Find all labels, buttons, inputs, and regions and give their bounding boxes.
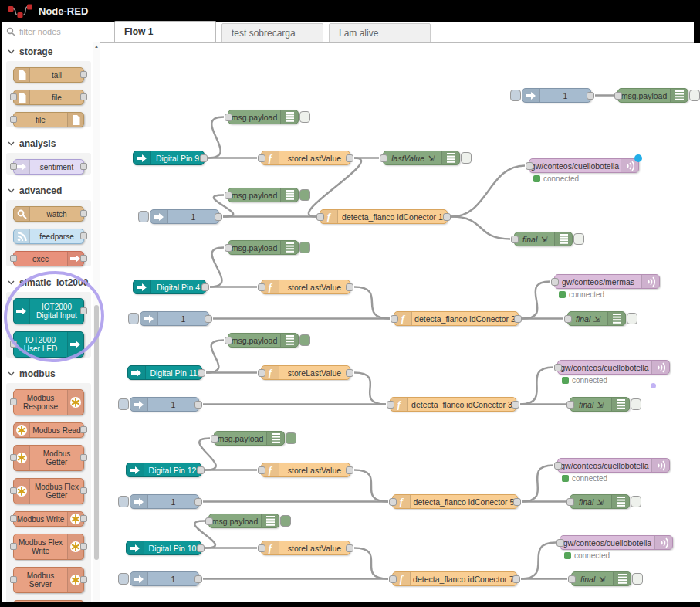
wire[interactable] [354,287,390,319]
input-port[interactable] [614,92,622,100]
output-port[interactable] [197,544,205,552]
search-input[interactable] [2,22,100,42]
output-port[interactable] [80,515,87,522]
palette-node-file[interactable]: file [13,90,84,105]
output-port[interactable] [346,154,353,162]
flow-node-function-detecta-flanco-idconector-2[interactable]: fdetecta_flanco idConector 2 [394,311,519,326]
debug-toggle-button[interactable] [573,233,584,245]
palette-node-modbus-read[interactable]: Modbus Read [13,422,84,438]
output-port[interactable] [80,255,87,262]
wire[interactable] [521,543,556,579]
inject-button[interactable] [128,313,139,324]
debug-toggle-button[interactable] [286,432,296,444]
wire[interactable] [522,282,550,319]
palette-node-modbus-response[interactable]: ModbusResponse [13,389,84,415]
flow-node-inject-1[interactable]: 1 [130,494,199,509]
debug-toggle-button[interactable] [299,242,310,253]
input-port[interactable] [387,401,394,409]
output-port[interactable] [80,93,87,100]
flow-node-inject-1[interactable]: 1 [130,571,199,586]
flow-node-debug-msg-payload[interactable]: msg.payload [617,88,688,103]
input-port[interactable] [10,341,17,348]
flow-node-debug-msg-payload[interactable]: msg.payload [214,431,285,446]
flow-node-inject-1[interactable]: 1 [150,209,219,224]
palette-node-modbus-write[interactable]: Modbus Write [13,511,84,527]
palette-node-modbus-flex-write[interactable]: Modbus FlexWrite [13,534,84,560]
output-port[interactable] [194,575,202,583]
inject-button[interactable] [118,398,129,410]
flow-node-debug-msg-payload[interactable]: msg.payload [228,333,299,348]
output-port[interactable] [80,576,87,583]
debug-toggle-button[interactable] [299,189,310,201]
input-port[interactable] [10,454,17,461]
wire[interactable] [210,248,224,287]
flow-node-function-detecta-flanco-idconector-3[interactable]: fdetecta_flanco idConector 3 [390,397,516,412]
palette-node-file[interactable]: file [13,112,84,127]
input-port[interactable] [225,337,232,344]
flow-node-debug-msg-payload[interactable]: msg.payload [228,188,299,202]
debug-toggle-button[interactable] [689,90,700,101]
output-port[interactable] [80,210,87,217]
palette-node-sentiment[interactable]: sentiment [13,159,84,175]
flow-node-mqtt-gw-conteos-cuellobotella[interactable]: gw/conteos/cuellobotella [529,158,639,173]
wire[interactable] [309,158,361,217]
flow-node-debug-final[interactable]: final ⇲ [567,311,626,326]
wire[interactable] [208,117,224,158]
output-port[interactable] [443,213,451,221]
palette-category-advanced[interactable]: advanced [2,181,93,200]
output-port[interactable] [513,498,521,506]
wire[interactable] [451,217,510,239]
flow-node-debug-msg-payload[interactable]: msg.payload [208,514,279,528]
flow-node-inject-1[interactable]: 1 [522,88,591,103]
output-port[interactable] [512,575,520,583]
input-port[interactable] [566,401,574,409]
debug-toggle-button[interactable] [299,334,310,346]
tab-test-sobrecarga[interactable]: test sobrecarga [221,23,323,42]
wire[interactable] [206,341,224,373]
output-port[interactable] [80,543,87,550]
input-port[interactable] [258,466,265,474]
input-port[interactable] [258,544,265,552]
input-port[interactable] [10,543,17,550]
output-port[interactable] [587,92,594,100]
flow-node-function-detecta-flanco-idconector-5[interactable]: fdetecta_flanco idConector 5 [392,494,518,509]
output-port[interactable] [197,466,205,474]
output-port[interactable] [194,401,202,409]
flow-node-debug-msg-payload[interactable]: msg.payload [228,110,299,124]
inject-button[interactable] [118,496,129,507]
input-port[interactable] [564,315,572,323]
input-port[interactable] [258,369,265,377]
input-port[interactable] [10,576,17,583]
input-port[interactable] [10,163,17,170]
output-port[interactable] [201,283,209,291]
output-port[interactable] [512,401,519,409]
flow-node-debug-final[interactable]: final ⇲ [514,232,573,246]
input-port[interactable] [380,154,387,162]
debug-toggle-button[interactable] [461,152,472,164]
output-port[interactable] [215,213,222,221]
flow-node-function-storelastvalue[interactable]: fstoreLastValue [261,365,350,380]
output-port[interactable] [200,154,208,162]
flow-node-function-storelastvalue[interactable]: fstoreLastValue [261,151,350,165]
output-port[interactable] [346,544,353,552]
output-port[interactable] [80,71,87,78]
input-port[interactable] [566,498,574,506]
debug-toggle-button[interactable] [280,515,291,527]
flow-node-mqtt-gw-conteos-cuellobotella[interactable]: gw/conteos/cuellobotella [557,458,670,473]
debug-toggle-button[interactable] [299,111,310,123]
wire[interactable] [520,368,553,405]
scroll-up-icon[interactable]: ▲ [93,44,100,49]
input-port[interactable] [10,255,17,262]
flow-node-function-storelastvalue[interactable]: fstoreLastValue [261,280,350,294]
debug-toggle-button[interactable] [631,398,641,410]
flow-node-iot-digital-pin-9[interactable]: Digital Pin 9 [133,151,205,165]
flow-node-debug-msg-payload[interactable]: msg.payload [228,240,299,255]
palette-category-modbus[interactable]: modbus [2,365,93,383]
palette-node-iot2000-user-led[interactable]: IOT2000User LED [13,331,84,358]
input-port[interactable] [225,244,232,252]
input-port[interactable] [225,192,232,199]
flow-node-mqtt-gw-conteos-cuellobotella[interactable]: gw/conteos/cuellobotella [560,535,673,550]
output-port[interactable] [80,426,87,433]
output-port[interactable] [346,369,353,377]
output-port[interactable] [80,163,87,170]
